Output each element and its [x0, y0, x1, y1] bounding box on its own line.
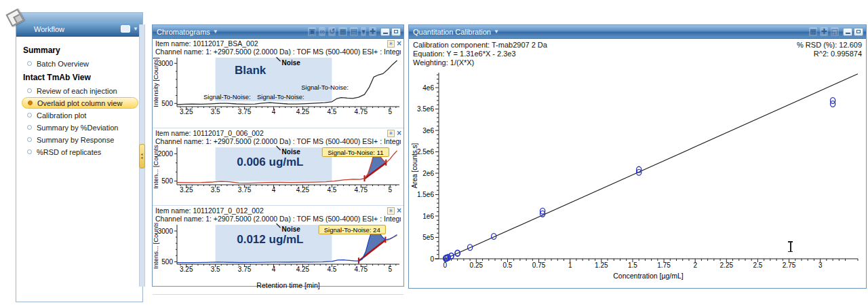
svg-text:3000: 3000	[158, 60, 174, 67]
component-icon[interactable]: ✳	[387, 130, 395, 137]
blank-chromatogram-plot[interactable]: 3.253.53.7544.254.54.7555003000Intensity…	[153, 56, 403, 128]
close-icon[interactable]: ×	[397, 130, 401, 137]
zoom-extent-icon[interactable]: ◱	[831, 27, 839, 36]
calibration-weighting-text: Weighting: 1/(X*X)	[413, 58, 547, 67]
svg-text:1: 1	[568, 261, 572, 269]
close-icon[interactable]: ×	[397, 207, 401, 215]
svg-text:3.25: 3.25	[180, 266, 193, 273]
calibration-panel-header: Quantitation Calibration ▼ ▦✚◱	[409, 25, 866, 39]
svg-text:5: 5	[388, 108, 392, 115]
svg-text:4.75: 4.75	[355, 266, 368, 273]
calibration-plot[interactable]: 00.250.50.7511.251.51.7522.252.52.75305e…	[409, 67, 866, 289]
svg-text:500: 500	[161, 177, 173, 185]
sidebar-item-review-of-each-injection[interactable]: Review of each injection	[22, 85, 138, 96]
radio-bullet-icon	[27, 88, 32, 93]
svg-text:1.25: 1.25	[595, 261, 608, 269]
chromatograms-title[interactable]: Chromatograms	[157, 28, 210, 36]
svg-text:2.75: 2.75	[783, 261, 796, 269]
blank-chromatogram-info: Item name: 10112017_BSA_002Channel name:…	[153, 39, 403, 56]
splitter-collapse-handle[interactable]: ◄◄	[139, 144, 145, 168]
chevron-down-icon[interactable]: ▼	[213, 29, 218, 35]
svg-text:1e6: 1e6	[422, 213, 434, 220]
sidebar-section-heading: Summary	[23, 46, 138, 55]
chevron-down-icon[interactable]: ▼	[133, 26, 138, 32]
svg-text:4.75: 4.75	[355, 186, 368, 194]
chromatograms-toolbar: ▣∞↺▦▤▾✚	[308, 27, 376, 36]
component-icon[interactable]: ✳	[387, 207, 395, 215]
svg-text:3.75: 3.75	[238, 108, 252, 115]
svg-text:4.25: 4.25	[296, 108, 310, 115]
sidebar-item-label: Calibration plot	[37, 111, 86, 120]
chromatogram-0-012-plot[interactable]: 3.253.53.7544.254.54.7555003000Intens...…	[153, 223, 403, 294]
svg-text:0.006 ug/mL: 0.006 ug/mL	[237, 156, 303, 168]
sidebar-item-calibration-plot[interactable]: Calibration plot	[22, 109, 138, 121]
ibeam-cursor	[787, 241, 793, 252]
svg-text:0.25: 0.25	[470, 261, 484, 269]
svg-text:3.75: 3.75	[238, 186, 252, 194]
svg-text:3e6: 3e6	[422, 127, 434, 134]
svg-text:5: 5	[388, 186, 392, 194]
svg-text:500: 500	[161, 258, 173, 266]
svg-text:4.5: 4.5	[327, 266, 336, 273]
svg-text:4.25: 4.25	[296, 186, 310, 194]
table-icon[interactable]: ▦	[809, 27, 817, 36]
channel-name-text: Channel name: 1: +2907.5000 (2.0000 Da) …	[155, 48, 401, 56]
export-icon[interactable]: ▤	[350, 27, 358, 36]
restore-button[interactable]	[854, 28, 863, 36]
svg-text:Intens... [Counts]: Intens... [Counts]	[153, 223, 159, 269]
svg-text:3.5e6: 3.5e6	[417, 105, 434, 113]
svg-text:Intensity [Counts]: Intensity [Counts]	[153, 57, 159, 107]
r-squared-text: R^2: 0.995874	[797, 50, 862, 58]
sidebar-item--rsd-of-replicates[interactable]: %RSD of replicates	[22, 146, 138, 158]
svg-text:Noise: Noise	[282, 225, 301, 233]
svg-text:3.25: 3.25	[180, 186, 193, 194]
radio-bullet-icon	[27, 125, 32, 130]
sidebar-item-label: Summary by Response	[37, 136, 114, 144]
table-icon[interactable]: ▦	[338, 27, 347, 36]
svg-text:4.25: 4.25	[296, 266, 310, 273]
sidebar-item-summary-by-response[interactable]: Summary by Response	[22, 134, 138, 145]
chromatogram-0-006-info: Item name: 10112017_0_006_002Channel nam…	[153, 128, 403, 145]
views-icon[interactable]	[121, 25, 130, 33]
sidebar-item-overlaid-plot-column-view[interactable]: Overlaid plot column view	[22, 97, 138, 109]
chromatogram-0-012-info: Item name: 10112017_0_012_002Channel nam…	[153, 206, 403, 223]
sidebar-item-label: Overlaid plot column view	[37, 99, 122, 107]
workflow-panel: Workflow ▼ SummaryBatch OverviewIntact T…	[16, 12, 143, 302]
sidebar-item-summary-by-deviation[interactable]: Summary by %Deviation	[22, 122, 138, 133]
item-name-text: Item name: 10112017_0_006_002	[155, 129, 401, 137]
svg-text:3.75: 3.75	[238, 266, 252, 273]
sidebar-item-batch-overview[interactable]: Batch Overview	[22, 58, 138, 69]
export-dropdown-icon[interactable]: ▾	[361, 27, 366, 36]
item-name-text: Item name: 10112017_0_012_002	[155, 206, 401, 215]
annotate-icon[interactable]: ▣	[308, 27, 316, 36]
svg-text:2e6: 2e6	[422, 170, 434, 177]
calibration-title[interactable]: Quantitation Calibration	[413, 28, 491, 36]
chromatograms-panel: Chromatograms ▼ ▣∞↺▦▤▾✚ Item name: 10112…	[152, 24, 404, 287]
svg-text:0: 0	[430, 255, 434, 263]
move-icon[interactable]: ✚	[820, 27, 827, 36]
svg-text:4e6: 4e6	[422, 84, 434, 92]
minimize-button[interactable]	[380, 28, 390, 36]
chromatogram-0-006-plot[interactable]: 3.253.53.7544.254.54.7555002000Inten... …	[153, 145, 403, 205]
overlay-icon[interactable]: ∞	[319, 27, 326, 36]
svg-text:1.75: 1.75	[657, 261, 671, 269]
radio-bullet-icon	[27, 149, 32, 154]
svg-text:Signal-To-Noise: 11: Signal-To-Noise: 11	[328, 149, 383, 156]
move-icon[interactable]: ✚	[369, 27, 376, 36]
chevron-down-icon[interactable]: ▼	[494, 29, 499, 35]
restore-button[interactable]	[391, 28, 401, 36]
component-icon[interactable]: ✳	[387, 40, 395, 48]
calibration-equation-text: Equation: Y = 1.31e6*X - 2.3e3	[413, 50, 547, 58]
svg-text:Noise: Noise	[282, 148, 301, 156]
chromatogram-header-icons: ✳×	[387, 207, 401, 215]
svg-text:0.012 ug/mL: 0.012 ug/mL	[237, 233, 303, 246]
calibration-toolbar: ▦✚◱	[809, 27, 839, 36]
undo-icon[interactable]: ↺	[328, 27, 336, 36]
svg-text:500: 500	[161, 100, 173, 107]
svg-text:0.5: 0.5	[503, 261, 513, 269]
chromatogram-header-icons: ✳×	[387, 40, 401, 48]
svg-text:4.5: 4.5	[327, 108, 336, 115]
minimize-button[interactable]	[843, 28, 852, 36]
calibration-info: Calibration component: T-mab2907 2 Da Eq…	[409, 39, 866, 67]
close-icon[interactable]: ×	[397, 40, 401, 48]
